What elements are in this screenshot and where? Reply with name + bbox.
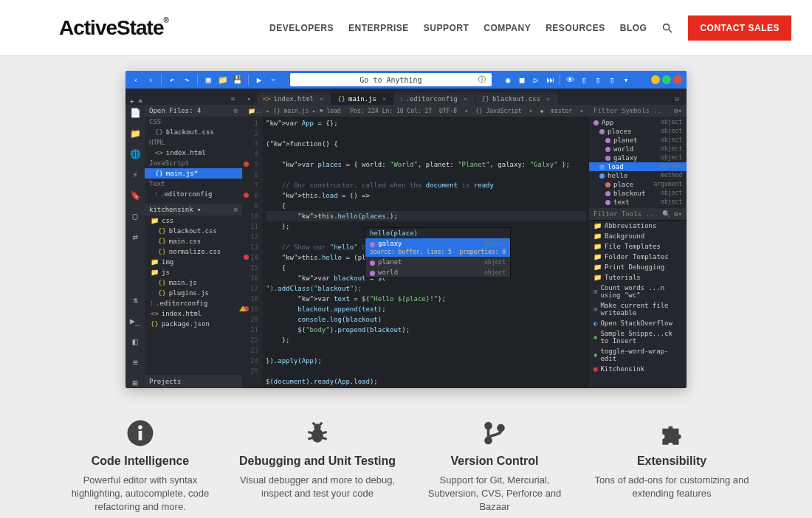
close-icon[interactable]: × (464, 95, 467, 103)
symbol-item[interactable]: blackoutobject (589, 189, 687, 198)
filter-symbols-input[interactable]: Filter Symbols ..⚙▾ (589, 105, 687, 117)
save-icon[interactable]: 💾 (232, 74, 244, 86)
goto-anything-input[interactable]: Go to Anything ⓘ (290, 73, 492, 86)
box-icon[interactable]: ▢ (132, 211, 137, 221)
nav-support[interactable]: SUPPORT (424, 23, 469, 33)
tab-main-js[interactable]: {}main.js× (331, 93, 394, 105)
open-icon[interactable]: 📁 (217, 74, 229, 86)
output-icon[interactable]: ◧ (132, 336, 137, 347)
encoding[interactable]: UTF-8 (439, 108, 457, 114)
tool-item[interactable]: ✱toggle-word-wrap-edit (589, 346, 687, 364)
redo-icon[interactable]: ↷ (181, 74, 193, 86)
gear-icon[interactable]: ⚙▾ (674, 210, 682, 218)
sidebar-item[interactable]: {}blackout.css (145, 127, 242, 137)
language-mode[interactable]: {} JavaScript (475, 108, 522, 114)
tab-blackout-css[interactable]: {}blackout.css× (475, 93, 558, 105)
tool-item[interactable]: ✱Sample Snippe...ck to Insert (589, 328, 687, 346)
tool-folder[interactable]: 📁Print Debugging (589, 262, 687, 272)
tool-folder[interactable]: 📁Folder Templates (589, 252, 687, 262)
tool-item[interactable]: ⊞Make current file writeable (589, 300, 687, 318)
tree-item[interactable]: {}plugins.js (145, 288, 242, 298)
tab-editorconfig[interactable]: ⁝.editorconfig× (394, 93, 475, 105)
tree-item[interactable]: {}main.css (145, 236, 242, 246)
symbol-item[interactable]: galaxyobject (589, 153, 687, 162)
autocomplete-item[interactable]: worldobject (365, 267, 510, 277)
gear-icon[interactable]: ⚙▾ (674, 107, 682, 114)
record-icon[interactable]: ◉ (502, 74, 514, 86)
new-file-icon[interactable]: ▦ (202, 74, 214, 86)
undo-icon[interactable]: ↶ (166, 74, 178, 86)
tree-item[interactable]: <>index.html (145, 308, 242, 319)
tab-menu-icon[interactable]: ≡ (225, 93, 241, 105)
logo[interactable]: ActiveState® (59, 16, 168, 40)
play2-icon[interactable]: ▷ (530, 74, 542, 86)
tool-folder[interactable]: 📁Abbreviations (589, 221, 687, 231)
project-header[interactable]: kitchensink ▾⚙ (145, 204, 242, 215)
autocomplete-item[interactable]: planetobject (365, 257, 510, 267)
play-icon[interactable]: ▶ (253, 74, 265, 86)
layout1-icon[interactable]: ▯ (578, 74, 590, 86)
tool-item[interactable]: ■Kitchensink (589, 364, 687, 374)
gear-icon[interactable]: ⚙ (234, 206, 238, 213)
close-icon[interactable]: × (382, 95, 386, 103)
nav-enterprise[interactable]: ENTERPRISE (348, 23, 409, 33)
more-icon[interactable]: › (268, 74, 280, 86)
tree-item[interactable]: {}blackout.css (145, 226, 242, 236)
filter-tools-input[interactable]: Filter Tools ..🔍 ⚙▾ (589, 208, 687, 220)
tree-item[interactable]: {}package.json (145, 319, 242, 329)
nav-developers[interactable]: DEVELOPERS (269, 23, 334, 33)
tree-item[interactable]: {}normalize.css (145, 246, 242, 257)
add-tab-icon[interactable]: + (130, 97, 134, 105)
search-icon[interactable]: 🔍 (662, 210, 670, 218)
stop-icon[interactable]: ■ (516, 74, 528, 86)
dropdown-icon[interactable]: ▾ (620, 74, 632, 86)
projects-footer[interactable]: Projects (145, 375, 242, 388)
terminal-icon[interactable]: ▶_ (130, 316, 140, 326)
symbol-item[interactable]: loadmethod (589, 162, 687, 171)
gutter[interactable]: 1234567891011121314151617181920212223242… (242, 117, 263, 388)
back-icon[interactable]: ‹ (130, 74, 142, 86)
tab-index-html[interactable]: <>index.html× (257, 93, 331, 105)
nav-resources[interactable]: RESOURCES (546, 23, 605, 33)
symbol-item[interactable]: placeargument (589, 180, 687, 189)
tool-item[interactable]: ◐Open StackOverflow (589, 318, 687, 328)
layout3-icon[interactable]: ▯ (606, 74, 618, 86)
contact-sales-button[interactable]: CONTACT SALES (688, 15, 791, 41)
tab-list-icon[interactable]: ▾ (241, 93, 256, 105)
split-icon[interactable]: ⊟ (668, 93, 687, 105)
flash-icon[interactable]: ⚡ (132, 170, 137, 180)
sidebar-item[interactable]: <>index.html (145, 148, 242, 158)
tool-item[interactable]: ⊞Count words ...n using "wc" (589, 283, 687, 300)
tree-item[interactable]: {}main.js (145, 277, 242, 288)
folder-icon[interactable]: 📁 (130, 128, 141, 139)
breadcrumb[interactable]: 📁.. ▸ {} main.js ▸ ⚑ load (248, 108, 341, 114)
share-icon[interactable]: ⇄ (132, 232, 137, 242)
tree-item[interactable]: 📁css (145, 215, 242, 226)
layout2-icon[interactable]: ▯ (592, 74, 604, 86)
beaker-icon[interactable]: ⚗ (132, 295, 137, 305)
autocomplete-item[interactable]: galaxyobject (365, 238, 510, 249)
tool-folder[interactable]: 📁Tutorials (589, 272, 687, 283)
symbol-item[interactable]: textobject (589, 198, 687, 207)
tree-item[interactable]: ⁝.editorconfig (145, 298, 242, 308)
bookmark-icon[interactable]: 🔖 (130, 190, 141, 201)
symbol-item[interactable]: Appobject (589, 118, 687, 127)
tree-item[interactable]: 📁img (145, 257, 242, 267)
skip-icon[interactable]: ⏭ (544, 74, 556, 86)
info-icon[interactable]: ⓘ (478, 75, 486, 85)
files-icon[interactable]: 📄 (130, 108, 141, 118)
tab-more-icon[interactable]: ♣ (138, 97, 142, 105)
minimize-icon[interactable] (651, 75, 660, 84)
globe-icon[interactable]: 🌐 (130, 149, 141, 159)
symbol-item[interactable]: planetobject (589, 136, 687, 145)
eye-icon[interactable]: 👁 (564, 74, 576, 86)
symbol-item[interactable]: hellomethod (589, 171, 687, 180)
tool-folder[interactable]: 📁File Templates (589, 241, 687, 252)
tool-folder[interactable]: 📁Background (589, 231, 687, 241)
close-icon[interactable]: × (320, 95, 323, 103)
git-branch[interactable]: master (551, 108, 572, 114)
sidebar-item-selected[interactable]: {}main.js* (145, 168, 242, 179)
nav-blog[interactable]: BLOG (620, 23, 647, 33)
list-icon[interactable]: ≡ (132, 357, 137, 367)
close-icon[interactable] (673, 75, 682, 84)
